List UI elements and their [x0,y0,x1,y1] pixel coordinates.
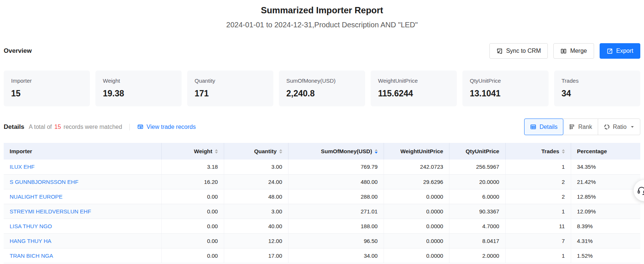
cell-weight: 0.00 [162,219,224,233]
cell-qtyunitprice: 8.0417 [449,233,505,248]
column-header-importer: Importer [4,143,162,160]
column-label: Weight [194,148,212,154]
column-header-quantity[interactable]: Quantity [224,143,288,160]
page-title: Summarized Importer Report [4,5,640,16]
details-summary: Details A total of15records were matched… [4,123,196,131]
column-header-sumofmoney-usd[interactable]: SumOfMoney(USD) [288,143,384,160]
column-label: Quantity [254,148,277,154]
column-header-weightunitprice: WeightUnitPrice [384,143,449,160]
cell-trades: 2 [505,174,571,189]
cell-qtyunitprice: 256.5967 [449,160,505,174]
sync-to-crm-button[interactable]: Sync to CRM [489,43,548,59]
stat-label: WeightUnitPrice [378,78,449,84]
tab-rank[interactable]: Rank [563,119,597,135]
match-text: A total of15records were matched [29,124,122,130]
cell-weightunitprice: 0.0000 [384,219,449,233]
cell-trades: 1 [505,160,571,174]
cell-quantity: 40.00 [224,219,288,233]
column-label: WeightUnitPrice [401,148,444,154]
column-header-weight[interactable]: Weight [162,143,224,160]
sort-carets-icon [215,149,218,154]
cell-importer: TRAN BICH NGA [4,248,162,263]
importer-report-table: ImporterWeightQuantitySumOfMoney(USD)Wei… [4,143,640,263]
cell-weight: 3.18 [162,160,224,174]
cell-weight: 0.00 [162,233,224,248]
stat-card-qtyunitprice: QtyUnitPrice13.1041 [462,71,549,106]
cell-importer: HANG THUY HA [4,233,162,248]
stat-value: 15 [11,89,82,99]
importer-link[interactable]: S GUNNBJORNSSON EHF [10,179,78,185]
cell-weightunitprice: 0.0000 [384,204,449,219]
column-label: QtyUnitPrice [466,148,499,154]
column-header-percentage: Percentage [571,143,640,160]
cell-trades: 1 [505,248,571,263]
stat-label: SumOfMoney(USD) [286,78,358,84]
cell-weightunitprice: 242.0723 [384,160,449,174]
importer-link[interactable]: TRAN BICH NGA [10,253,53,259]
cell-sumofmoney-usd: 34.00 [288,248,384,263]
view-trade-records-link[interactable]: View trade records [137,124,196,130]
caret-down-icon [630,125,634,129]
cell-weight: 0.00 [162,204,224,219]
column-label: SumOfMoney(USD) [321,148,372,154]
stat-label: QtyUnitPrice [470,78,541,84]
cell-percentage: 8.39% [571,219,640,233]
cell-sumofmoney-usd: 769.79 [288,160,384,174]
stat-label: Quantity [195,78,266,84]
importer-link[interactable]: ILUX EHF [10,164,35,170]
table-row: TRAN BICH NGA0.0017.0034.000.00002.00001… [4,248,640,263]
details-label: Details [4,123,24,131]
export-button[interactable]: Export [600,43,640,59]
stat-card-importer: Importer15 [4,71,90,106]
cell-importer: STREYMI HEILDVERSLUN EHF [4,204,162,219]
vertical-divider [129,124,130,130]
cell-sumofmoney-usd: 288.00 [288,189,384,204]
table-row: ILUX EHF3.183.00769.79242.0723256.596713… [4,160,640,174]
stat-label: Importer [11,78,82,84]
overview-label: Overview [4,47,32,55]
stat-label: Trades [562,78,633,84]
trade-records-icon [137,124,144,130]
cell-quantity: 48.00 [224,189,288,204]
table-row: HANG THUY HA0.0012.0096.500.00008.041774… [4,233,640,248]
stat-value: 13.1041 [470,89,541,99]
tab-label: Details [539,124,557,130]
cell-trades: 2 [505,189,571,204]
cell-percentage: 12.85% [571,189,640,204]
view-mode-switcher: DetailsRankRatio [524,119,640,135]
match-count: 15 [54,124,61,130]
cell-percentage: 21.42% [571,174,640,189]
cell-qtyunitprice: 20.0000 [449,174,505,189]
merge-label: Merge [570,48,587,54]
cell-importer: NUALIGHT EUROPE [4,189,162,204]
ratio-icon [604,124,610,130]
cell-weightunitprice: 29.6296 [384,174,449,189]
sort-carets-icon [279,149,282,154]
cell-qtyunitprice: 90.3367 [449,204,505,219]
cell-quantity: 12.00 [224,233,288,248]
sort-carets-icon [562,149,565,154]
rank-icon [569,124,575,130]
cell-percentage: 12.09% [571,204,640,219]
merge-button[interactable]: Merge [553,43,594,59]
importer-link[interactable]: STREYMI HEILDVERSLUN EHF [10,208,91,215]
details-header-row: Details A total of15records were matched… [4,119,640,135]
cell-quantity: 3.00 [224,160,288,174]
view-trade-records-label: View trade records [146,124,196,130]
importer-link[interactable]: HANG THUY HA [10,238,51,244]
cell-qtyunitprice: 4.7000 [449,219,505,233]
column-header-trades[interactable]: Trades [505,143,571,160]
tab-ratio[interactable]: Ratio [598,119,640,135]
stat-card-trades: Trades34 [554,71,640,106]
importer-link[interactable]: NUALIGHT EUROPE [10,193,63,200]
cell-sumofmoney-usd: 188.00 [288,219,384,233]
stat-value: 2,240.8 [286,89,358,99]
table-row: S GUNNBJORNSSON EHF16.2024.00480.0029.62… [4,174,640,189]
tab-label: Rank [578,124,592,130]
cell-quantity: 3.00 [224,204,288,219]
tab-details[interactable]: Details [524,119,563,135]
importer-link[interactable]: LISA THUY NGO [10,223,52,229]
summarized-importer-report-page: Summarized Importer Report 2024-01-01 to… [0,5,644,263]
stat-label: Weight [103,78,174,84]
headset-icon [637,186,644,196]
